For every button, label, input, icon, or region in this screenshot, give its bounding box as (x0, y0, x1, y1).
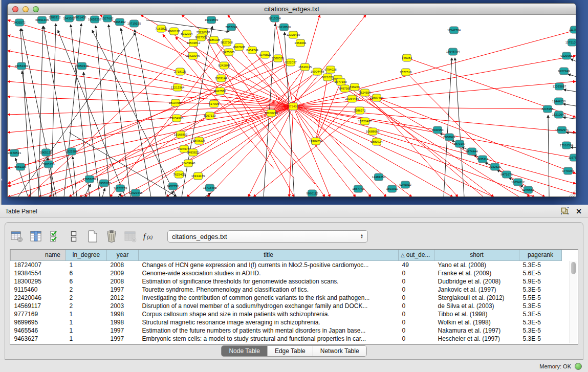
table-cell[interactable]: 5.3E-5 (519, 260, 562, 269)
table-cell[interactable]: 0 (399, 335, 434, 343)
table-cell[interactable]: 49 (399, 260, 434, 269)
graph-node[interactable]: 12481250 (372, 173, 386, 181)
table-cell[interactable]: 18300295 (11, 277, 66, 286)
table-settings-icon[interactable] (10, 229, 24, 244)
table-cell[interactable]: 9699695 (11, 318, 66, 326)
graph-node[interactable]: 1867742 (352, 185, 364, 192)
graph-node[interactable]: 12093887 (553, 83, 567, 90)
graph-node[interactable]: 1117531 (569, 26, 576, 33)
table-cell[interactable]: 1 (66, 318, 107, 326)
select-columns-icon[interactable] (48, 229, 62, 244)
graph-node[interactable]: 7625402 (173, 171, 185, 178)
graph-node[interactable]: 16033809 (205, 16, 219, 24)
table-cell[interactable]: 0 (399, 286, 434, 294)
table-row[interactable]: 977716911998Corpus callosum shape and si… (11, 310, 562, 318)
table-cell[interactable]: 14569117 (11, 302, 66, 310)
graph-node[interactable]: 9242848 (218, 62, 230, 69)
table-cell[interactable]: Estimation of the future numbers of pati… (139, 326, 399, 335)
table-cell[interactable]: 5.3E-5 (519, 302, 562, 310)
table-cell[interactable]: 9465546 (11, 326, 66, 335)
graph-node[interactable]: 9777169 (335, 78, 347, 85)
graph-node[interactable]: 30691406 (35, 16, 49, 24)
graph-node[interactable]: 6522037 (285, 59, 297, 66)
graph-node[interactable]: 3493822 (187, 149, 199, 156)
table-cell[interactable]: 2008 (107, 277, 139, 286)
table-cell[interactable]: Hescheler et al. (1997) (434, 335, 519, 343)
graph-node[interactable]: 8267130 (204, 112, 216, 119)
table-cell[interactable]: 2003 (107, 302, 139, 310)
graph-node[interactable]: 9329966 (560, 52, 573, 59)
function-builder-icon[interactable]: f (x) (142, 229, 157, 244)
graph-node[interactable]: 11542784 (447, 27, 461, 34)
table-cell[interactable]: 2008 (107, 260, 139, 269)
new-document-icon[interactable] (85, 229, 100, 244)
graph-node[interactable]: 17957253 (83, 176, 97, 183)
graph-node[interactable]: 8454749 (246, 47, 258, 54)
table-cell[interactable]: 0 (399, 318, 434, 326)
graph-node[interactable]: 12325419 (287, 31, 300, 38)
graph-node[interactable]: 1925385 (66, 148, 78, 155)
graph-node[interactable]: 417006 (209, 100, 220, 107)
table-cell[interactable]: 5.3E-5 (519, 326, 562, 335)
table-cell[interactable]: Estimation of significance thresholds fo… (139, 277, 399, 286)
show-column-icon[interactable] (29, 229, 43, 244)
tab-network-table[interactable]: Network Table (313, 346, 366, 356)
graph-node[interactable]: 3624554 (359, 89, 371, 96)
graph-node[interactable]: 10688609 (366, 128, 380, 135)
graph-node[interactable]: 8427552 (214, 87, 226, 95)
graph-node[interactable]: 23420046 (186, 52, 200, 59)
graph-node[interactable]: 12409948 (182, 160, 195, 167)
table-row[interactable]: 1456911722003Disruption of a novel membe… (11, 302, 562, 310)
graph-node[interactable]: 2935114 (477, 156, 489, 163)
table-cell[interactable]: 1 (66, 310, 107, 318)
table-cell[interactable]: 0 (399, 302, 434, 310)
graph-node[interactable]: 3475685 (223, 49, 235, 56)
table-cell[interactable]: 0 (399, 326, 434, 335)
table-row[interactable]: 969969511998Structural magnetic resonanc… (11, 318, 562, 326)
table-cell[interactable]: 2 (66, 294, 107, 302)
table-cell[interactable]: de Silva et al. (2003) (434, 302, 519, 310)
graph-node[interactable]: 19218506 (277, 24, 291, 31)
graph-node[interactable]: 8813054 (269, 15, 281, 22)
graph-node[interactable]: 746266 (350, 83, 360, 91)
graph-node[interactable]: 8186328 (208, 36, 220, 43)
row-toggle-icon[interactable] (67, 229, 81, 244)
table-row[interactable]: 1872400712008Changes of HCN gene express… (11, 260, 562, 269)
table-cell[interactable]: Jankovic et al. (1997) (434, 286, 519, 294)
graph-node[interactable]: 16648784 (446, 48, 460, 55)
table-cell[interactable]: 0 (399, 294, 434, 302)
close-panel-icon[interactable]: ✕ (575, 207, 583, 215)
graph-node[interactable]: 9146821 (259, 51, 271, 58)
graph-node[interactable]: 7857224 (225, 24, 237, 31)
delete-table-icon[interactable] (123, 229, 138, 244)
table-cell[interactable]: 19384554 (11, 269, 66, 277)
column-header-name[interactable]: name (11, 250, 66, 260)
graph-node[interactable]: 5905135 (40, 149, 52, 156)
graph-node[interactable]: 9245652 (522, 186, 534, 193)
table-cell[interactable]: 9777169 (11, 310, 66, 318)
graph-node[interactable]: 1588520 (272, 55, 284, 62)
table-row[interactable]: 1830029562008Estimation of significance … (11, 277, 562, 286)
graph-node[interactable]: 1943522 (63, 15, 75, 22)
graph-node[interactable]: 17016504 (560, 142, 574, 149)
network-canvas[interactable]: 7163822896012889129342322605898275051654… (8, 15, 576, 197)
table-cell[interactable]: 18724007 (11, 260, 66, 269)
table-row[interactable]: 2242004622012Investigating the contribut… (11, 294, 562, 302)
memory-ok-indicator[interactable] (575, 363, 582, 370)
table-cell[interactable]: Embryonic stem cells: a model to study s… (139, 335, 399, 343)
graph-node[interactable]: 10653257 (88, 16, 102, 23)
table-cell[interactable]: 5.5E-5 (519, 294, 562, 302)
graph-node[interactable]: 1640954 (431, 126, 444, 134)
graph-node[interactable]: 8215955 (541, 105, 554, 113)
table-cell[interactable]: 2 (66, 302, 107, 310)
table-cell[interactable]: Structural magnetic resonance image aver… (139, 318, 399, 326)
tab-edge-table[interactable]: Edge Table (268, 346, 313, 356)
table-cell[interactable]: 5.3E-5 (519, 318, 562, 326)
graph-node[interactable]: 2803144 (215, 75, 227, 82)
graph-node[interactable]: 8471676 (500, 171, 513, 178)
column-header-short[interactable]: short (434, 250, 519, 260)
graph-node[interactable]: 15716485 (203, 184, 217, 191)
graph-node[interactable]: 6879197 (453, 140, 466, 147)
graph-node[interactable]: 5905136 (42, 161, 55, 168)
table-cell[interactable]: 2012 (107, 294, 139, 302)
